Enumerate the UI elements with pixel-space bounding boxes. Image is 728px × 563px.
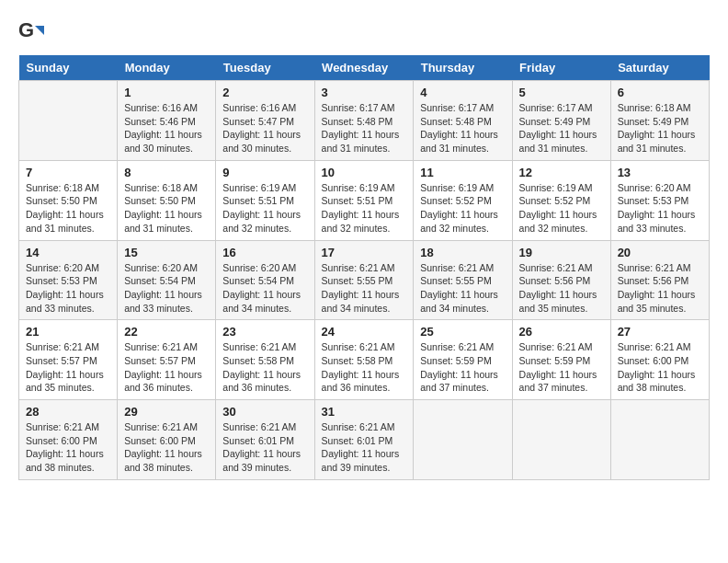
day-number: 23 — [222, 325, 307, 339]
day-cell: 27Sunrise: 6:21 AM Sunset: 6:00 PM Dayli… — [610, 320, 709, 400]
day-number: 28 — [26, 405, 110, 419]
day-info: Sunrise: 6:21 AM Sunset: 5:57 PM Dayligh… — [124, 340, 209, 395]
day-number: 20 — [618, 246, 702, 259]
day-info: Sunrise: 6:21 AM Sunset: 6:00 PM Dayligh… — [618, 340, 702, 395]
day-number: 13 — [618, 166, 702, 179]
day-cell: 11Sunrise: 6:19 AM Sunset: 5:52 PM Dayli… — [414, 160, 512, 240]
day-info: Sunrise: 6:21 AM Sunset: 5:59 PM Dayligh… — [519, 340, 604, 395]
day-number: 31 — [322, 405, 407, 419]
day-info: Sunrise: 6:21 AM Sunset: 5:58 PM Dayligh… — [322, 340, 407, 395]
day-cell: 18Sunrise: 6:21 AM Sunset: 5:55 PM Dayli… — [414, 240, 512, 320]
week-row-5: 28Sunrise: 6:21 AM Sunset: 6:00 PM Dayli… — [19, 400, 710, 480]
day-header-friday: Friday — [512, 55, 610, 81]
day-cell: 31Sunrise: 6:21 AM Sunset: 6:01 PM Dayli… — [314, 400, 414, 480]
day-info: Sunrise: 6:20 AM Sunset: 5:53 PM Dayligh… — [618, 181, 702, 236]
header-row: SundayMondayTuesdayWednesdayThursdayFrid… — [19, 55, 710, 81]
week-row-1: 1Sunrise: 6:16 AM Sunset: 5:46 PM Daylig… — [19, 81, 710, 161]
day-info: Sunrise: 6:18 AM Sunset: 5:50 PM Dayligh… — [124, 181, 209, 236]
day-number: 29 — [124, 405, 209, 419]
day-info: Sunrise: 6:21 AM Sunset: 5:55 PM Dayligh… — [322, 261, 407, 316]
day-cell: 13Sunrise: 6:20 AM Sunset: 5:53 PM Dayli… — [610, 160, 709, 240]
day-info: Sunrise: 6:18 AM Sunset: 5:50 PM Dayligh… — [26, 181, 110, 236]
day-cell — [610, 400, 709, 480]
day-info: Sunrise: 6:21 AM Sunset: 6:00 PM Dayligh… — [26, 420, 110, 475]
day-cell: 2Sunrise: 6:16 AM Sunset: 5:47 PM Daylig… — [216, 81, 314, 161]
day-cell: 16Sunrise: 6:20 AM Sunset: 5:54 PM Dayli… — [216, 240, 314, 320]
svg-text:G: G — [18, 18, 34, 41]
day-cell: 14Sunrise: 6:20 AM Sunset: 5:53 PM Dayli… — [19, 240, 118, 320]
day-number: 14 — [26, 246, 110, 259]
day-cell: 15Sunrise: 6:20 AM Sunset: 5:54 PM Dayli… — [118, 240, 216, 320]
day-cell — [512, 400, 610, 480]
logo-icon: G — [18, 18, 46, 46]
day-header-thursday: Thursday — [414, 55, 512, 81]
day-cell — [19, 81, 118, 161]
day-number: 12 — [519, 166, 604, 179]
day-number: 4 — [420, 86, 505, 99]
week-row-3: 14Sunrise: 6:20 AM Sunset: 5:53 PM Dayli… — [19, 240, 710, 320]
day-cell: 7Sunrise: 6:18 AM Sunset: 5:50 PM Daylig… — [19, 160, 118, 240]
logo: G — [18, 18, 50, 46]
day-cell: 29Sunrise: 6:21 AM Sunset: 6:00 PM Dayli… — [118, 400, 216, 480]
day-number: 11 — [420, 166, 505, 179]
day-cell: 24Sunrise: 6:21 AM Sunset: 5:58 PM Dayli… — [314, 320, 414, 400]
day-info: Sunrise: 6:21 AM Sunset: 5:56 PM Dayligh… — [519, 261, 604, 316]
day-number: 9 — [222, 166, 307, 179]
day-info: Sunrise: 6:19 AM Sunset: 5:51 PM Dayligh… — [322, 181, 407, 236]
day-number: 1 — [124, 86, 209, 99]
day-number: 21 — [26, 325, 110, 339]
day-info: Sunrise: 6:18 AM Sunset: 5:49 PM Dayligh… — [618, 101, 702, 155]
day-info: Sunrise: 6:21 AM Sunset: 6:01 PM Dayligh… — [322, 420, 407, 475]
day-cell: 23Sunrise: 6:21 AM Sunset: 5:58 PM Dayli… — [216, 320, 314, 400]
day-number: 5 — [519, 86, 604, 99]
day-cell: 20Sunrise: 6:21 AM Sunset: 5:56 PM Dayli… — [610, 240, 709, 320]
day-info: Sunrise: 6:19 AM Sunset: 5:52 PM Dayligh… — [420, 181, 505, 236]
day-number: 7 — [26, 166, 110, 179]
day-cell: 30Sunrise: 6:21 AM Sunset: 6:01 PM Dayli… — [216, 400, 314, 480]
day-info: Sunrise: 6:17 AM Sunset: 5:48 PM Dayligh… — [322, 101, 407, 155]
day-cell: 1Sunrise: 6:16 AM Sunset: 5:46 PM Daylig… — [118, 81, 216, 161]
day-number: 2 — [222, 86, 307, 99]
day-info: Sunrise: 6:19 AM Sunset: 5:51 PM Dayligh… — [222, 181, 307, 236]
day-cell: 8Sunrise: 6:18 AM Sunset: 5:50 PM Daylig… — [118, 160, 216, 240]
day-cell: 22Sunrise: 6:21 AM Sunset: 5:57 PM Dayli… — [118, 320, 216, 400]
day-cell: 12Sunrise: 6:19 AM Sunset: 5:52 PM Dayli… — [512, 160, 610, 240]
day-header-tuesday: Tuesday — [216, 55, 314, 81]
day-cell — [414, 400, 512, 480]
day-info: Sunrise: 6:21 AM Sunset: 6:00 PM Dayligh… — [124, 420, 209, 475]
day-info: Sunrise: 6:21 AM Sunset: 5:58 PM Dayligh… — [222, 340, 307, 395]
day-number: 22 — [124, 325, 209, 339]
day-number: 17 — [322, 246, 407, 259]
day-number: 30 — [222, 405, 307, 419]
day-number: 19 — [519, 246, 604, 259]
day-cell: 17Sunrise: 6:21 AM Sunset: 5:55 PM Dayli… — [314, 240, 414, 320]
day-cell: 4Sunrise: 6:17 AM Sunset: 5:48 PM Daylig… — [414, 81, 512, 161]
day-header-wednesday: Wednesday — [314, 55, 414, 81]
day-header-monday: Monday — [118, 55, 216, 81]
day-number: 18 — [420, 246, 505, 259]
day-info: Sunrise: 6:16 AM Sunset: 5:46 PM Dayligh… — [124, 101, 209, 155]
day-info: Sunrise: 6:21 AM Sunset: 5:56 PM Dayligh… — [618, 261, 702, 316]
day-number: 16 — [222, 246, 307, 259]
day-cell: 9Sunrise: 6:19 AM Sunset: 5:51 PM Daylig… — [216, 160, 314, 240]
day-cell: 5Sunrise: 6:17 AM Sunset: 5:49 PM Daylig… — [512, 81, 610, 161]
day-number: 3 — [322, 86, 407, 99]
day-cell: 6Sunrise: 6:18 AM Sunset: 5:49 PM Daylig… — [610, 81, 709, 161]
day-cell: 28Sunrise: 6:21 AM Sunset: 6:00 PM Dayli… — [19, 400, 118, 480]
day-cell: 10Sunrise: 6:19 AM Sunset: 5:51 PM Dayli… — [314, 160, 414, 240]
day-number: 24 — [322, 325, 407, 339]
day-cell: 26Sunrise: 6:21 AM Sunset: 5:59 PM Dayli… — [512, 320, 610, 400]
day-info: Sunrise: 6:21 AM Sunset: 6:01 PM Dayligh… — [222, 420, 307, 475]
calendar-header: SundayMondayTuesdayWednesdayThursdayFrid… — [19, 55, 710, 81]
day-info: Sunrise: 6:21 AM Sunset: 5:55 PM Dayligh… — [420, 261, 505, 316]
day-info: Sunrise: 6:21 AM Sunset: 5:59 PM Dayligh… — [420, 340, 505, 395]
day-info: Sunrise: 6:21 AM Sunset: 5:57 PM Dayligh… — [26, 340, 110, 395]
day-info: Sunrise: 6:19 AM Sunset: 5:52 PM Dayligh… — [519, 181, 604, 236]
day-number: 25 — [420, 325, 505, 339]
day-info: Sunrise: 6:20 AM Sunset: 5:53 PM Dayligh… — [26, 261, 110, 316]
day-number: 27 — [618, 325, 702, 339]
day-cell: 25Sunrise: 6:21 AM Sunset: 5:59 PM Dayli… — [414, 320, 512, 400]
day-number: 15 — [124, 246, 209, 259]
day-info: Sunrise: 6:20 AM Sunset: 5:54 PM Dayligh… — [222, 261, 307, 316]
day-cell: 21Sunrise: 6:21 AM Sunset: 5:57 PM Dayli… — [19, 320, 118, 400]
